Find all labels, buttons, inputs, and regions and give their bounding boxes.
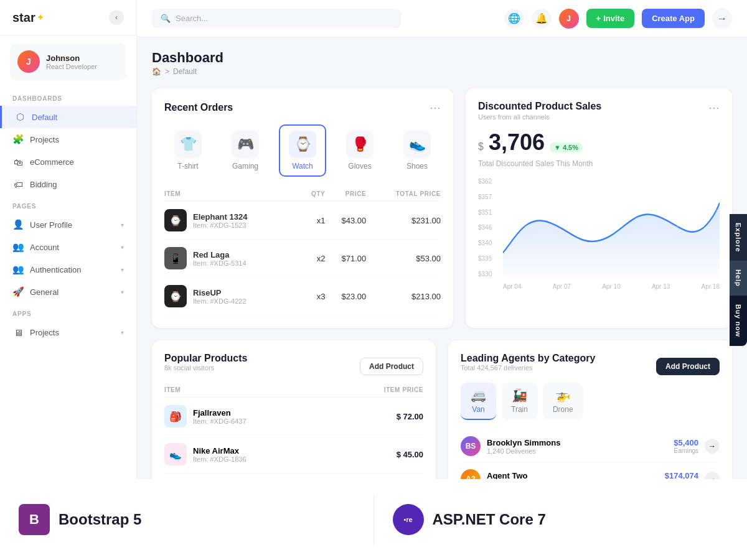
tag-icon: 🏷 bbox=[12, 179, 24, 190]
grid-icon: ⬡ bbox=[14, 111, 26, 123]
explore-button[interactable]: Explore bbox=[730, 214, 747, 261]
sales-number: 3,706 bbox=[489, 129, 545, 156]
agent-rating-button[interactable]: → bbox=[705, 439, 720, 454]
sidebar-item-authentication[interactable]: 👥 Authentication ▾ bbox=[0, 258, 136, 281]
sidebar-item-label: User Profile bbox=[30, 220, 72, 230]
add-product-button[interactable]: Add Product bbox=[360, 358, 423, 375]
buy-now-button[interactable]: Buy now bbox=[730, 296, 747, 346]
sidebar-item-bidding[interactable]: 🏷 Bidding bbox=[0, 173, 136, 195]
asp-promo[interactable]: •re ASP.NET Core 7 bbox=[374, 492, 748, 548]
popular-products-header: Popular Products 8k social visitors Add … bbox=[164, 353, 423, 380]
tab-label: Van bbox=[472, 405, 484, 414]
bootstrap-promo[interactable]: B Bootstrap 5 bbox=[0, 492, 374, 548]
agents-title: Leading Agents by Category bbox=[461, 353, 595, 364]
item-name: RiseUP bbox=[193, 288, 247, 297]
dashboards-section-title: DASHBOARDS bbox=[0, 88, 136, 106]
chart-y-axis: $362 $357 $351 $346 $340 $335 $330 bbox=[478, 178, 500, 278]
user-profile-card: J Johnson React Developer bbox=[10, 43, 126, 80]
orders-table: ITEM QTY PRICE TOTAL PRICE ⌚ bbox=[164, 187, 441, 315]
sidebar-item-general[interactable]: 🚀 General ▾ bbox=[0, 281, 136, 303]
product-icon: 🎒 bbox=[164, 405, 187, 427]
bootstrap-label: Bootstrap 5 bbox=[59, 511, 141, 528]
line-chart bbox=[503, 178, 720, 278]
tab-drone[interactable]: 🚁 Drone bbox=[543, 383, 583, 420]
globe-icon[interactable]: 🌐 bbox=[504, 9, 524, 29]
sidebar-logo: star✦ ‹ bbox=[0, 0, 136, 35]
tab-label: Watch bbox=[292, 162, 313, 170]
page-title: Dashboard bbox=[152, 50, 223, 66]
invite-button[interactable]: + Invite bbox=[586, 9, 635, 28]
breadcrumb-separator: > bbox=[165, 67, 169, 76]
tab-label: Gaming bbox=[232, 162, 258, 170]
tab-label: Gloves bbox=[348, 162, 371, 170]
sales-label: Total Discounted Sales This Month bbox=[478, 159, 720, 168]
tab-van[interactable]: 🚐 Van bbox=[461, 383, 496, 420]
discounted-sales-card: Discounted Product Sales Users from all … bbox=[466, 88, 732, 328]
item-total: $213.00 bbox=[366, 278, 441, 315]
arrow-right-icon[interactable]: → bbox=[712, 9, 732, 29]
tab-shoes[interactable]: 👟 Shoes bbox=[393, 124, 441, 177]
chevron-down-icon: ▾ bbox=[121, 289, 124, 296]
shoes-icon: 👟 bbox=[403, 131, 431, 158]
page-header: Dashboard 🏠 > Default bbox=[152, 50, 732, 76]
train-icon: 🚂 bbox=[512, 388, 527, 403]
sidebar-item-projects-apps[interactable]: 🖥 Projects ▾ bbox=[0, 321, 136, 343]
more-options-icon[interactable]: ⋯ bbox=[708, 101, 720, 114]
van-icon: 🚐 bbox=[471, 388, 486, 403]
breadcrumb-current: Default bbox=[173, 67, 197, 76]
tab-label: Train bbox=[511, 405, 528, 414]
help-button[interactable]: Help bbox=[730, 261, 747, 296]
sidebar-item-account[interactable]: 👥 Account ▾ bbox=[0, 236, 136, 258]
puzzle-icon: 🧩 bbox=[12, 134, 24, 145]
sidebar-item-ecommerce[interactable]: 🛍 eCommerce bbox=[0, 151, 136, 173]
tshirt-icon: 👕 bbox=[174, 131, 202, 158]
sidebar-collapse-button[interactable]: ‹ bbox=[109, 10, 124, 25]
tab-watch[interactable]: ⌚ Watch bbox=[279, 124, 326, 177]
bell-icon[interactable]: 🔔 bbox=[532, 9, 552, 29]
avatar-initials: J bbox=[26, 57, 31, 67]
col-item: ITEM bbox=[164, 187, 302, 202]
sidebar-item-label: General bbox=[30, 287, 59, 297]
item-name: Nike AirMax bbox=[193, 446, 247, 455]
user-avatar-header[interactable]: J bbox=[559, 9, 579, 29]
sidebar-item-label: Account bbox=[30, 243, 59, 252]
user-icon: 👤 bbox=[12, 219, 24, 230]
tab-gaming[interactable]: 🎮 Gaming bbox=[222, 124, 269, 177]
shopping-icon: 🛍 bbox=[12, 156, 24, 167]
monitor-icon: 🖥 bbox=[12, 327, 24, 338]
main-content: 🔍 Search... 🌐 🔔 J + Invite Create App → … bbox=[137, 0, 747, 560]
sidebar-item-projects[interactable]: 🧩 Projects bbox=[0, 128, 136, 151]
item-id: Item: #XDG-4222 bbox=[193, 297, 247, 305]
sidebar-item-default[interactable]: ⬡ Default bbox=[0, 106, 136, 128]
tab-gloves[interactable]: 🥊 Gloves bbox=[336, 124, 383, 177]
sidebar: star✦ ‹ J Johnson React Developer DASHBO… bbox=[0, 0, 137, 560]
col-item: ITEM bbox=[164, 383, 339, 398]
product-icon: 📱 bbox=[164, 247, 187, 269]
chevron-down-icon: ▾ bbox=[121, 266, 124, 273]
promo-bar: B Bootstrap 5 •re ASP.NET Core 7 bbox=[0, 479, 747, 560]
item-name: Red Laga bbox=[193, 250, 247, 259]
agents-header: Leading Agents by Category Total 424,567… bbox=[461, 353, 720, 380]
recent-orders-title: Recent Orders bbox=[164, 102, 233, 113]
tab-train[interactable]: 🚂 Train bbox=[501, 383, 538, 420]
tab-tshirt[interactable]: 👕 T-shirt bbox=[164, 124, 212, 177]
create-app-button[interactable]: Create App bbox=[642, 9, 705, 28]
popular-products-subtitle: 8k social visitors bbox=[164, 364, 247, 371]
popular-products-table: ITEM ITEM PRICE 🎒 Fjallraven bbox=[164, 383, 423, 474]
breadcrumb: 🏠 > Default bbox=[152, 67, 223, 76]
col-price: PRICE bbox=[325, 187, 366, 202]
table-row: ⌚ Elephant 1324 Item: #XDG-1523 x1 $43.0… bbox=[164, 202, 441, 240]
sidebar-item-user-profile[interactable]: 👤 User Profile ▾ bbox=[0, 213, 136, 236]
chevron-down-icon: ▾ bbox=[121, 329, 124, 336]
sales-subtitle: Users from all channels bbox=[478, 113, 601, 121]
product-icon: ⌚ bbox=[164, 209, 187, 231]
agent-earnings: $5,400 bbox=[674, 438, 698, 447]
more-options-icon[interactable]: ⋯ bbox=[430, 101, 441, 114]
add-product-button-agents[interactable]: Add Product bbox=[656, 358, 720, 375]
search-placeholder: Search... bbox=[176, 14, 208, 23]
home-icon: 🏠 bbox=[152, 67, 161, 76]
search-bar[interactable]: 🔍 Search... bbox=[152, 9, 401, 28]
apps-section-title: APPS bbox=[0, 303, 136, 321]
recent-orders-card: Recent Orders ⋯ 👕 T-shirt 🎮 Gaming ⌚ Wat… bbox=[152, 88, 453, 328]
col-price: ITEM PRICE bbox=[339, 383, 423, 398]
